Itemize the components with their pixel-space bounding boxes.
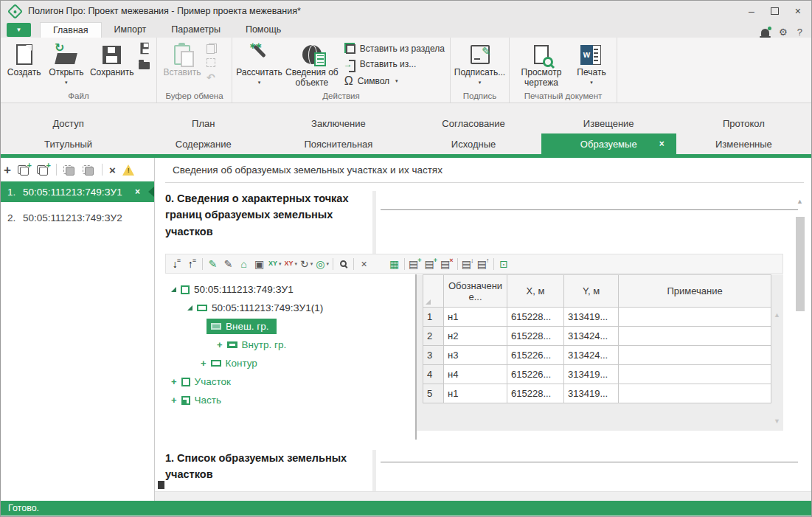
- symbol-button[interactable]: Ω Символ ▾: [344, 74, 445, 88]
- insert-from-section-button[interactable]: Вставить из раздела: [344, 43, 445, 54]
- cell-note[interactable]: [619, 308, 771, 327]
- maximize-button[interactable]: [771, 7, 779, 15]
- calculate-button[interactable]: ∗∗ Рассчитать ▾: [235, 38, 284, 89]
- collapsed-plus-icon[interactable]: +: [171, 377, 177, 386]
- scroll-up-icon[interactable]: ▲: [797, 198, 803, 205]
- row-number[interactable]: 3: [423, 346, 444, 365]
- autonumber-wand-icon[interactable]: ✎: [205, 256, 221, 272]
- doc-tab-izveschenie[interactable]: Извещение: [541, 113, 676, 133]
- ribbon-tab-pomosch[interactable]: Помощь: [233, 22, 294, 38]
- save-copy-button[interactable]: [138, 60, 151, 72]
- cell-x[interactable]: 615226...: [507, 346, 564, 365]
- duplicate-parcel-icon[interactable]: +: [18, 164, 30, 176]
- column-header-y[interactable]: Y, м: [564, 275, 619, 308]
- expanded-icon[interactable]: [171, 287, 176, 292]
- doc-tab-izmenennye[interactable]: Измененные: [676, 133, 811, 154]
- sign-button[interactable]: ✎ Подписать... ▾: [453, 38, 507, 89]
- cell-y[interactable]: 313424...: [564, 327, 619, 346]
- numbering-down-icon[interactable]: ↓≡: [169, 256, 184, 272]
- cell-y[interactable]: 313419...: [564, 384, 619, 403]
- cell-x[interactable]: 615226...: [507, 365, 564, 384]
- tree-node-outer-boundary[interactable]: Внеш. гр.: [165, 317, 415, 336]
- cell-x[interactable]: 615228...: [507, 308, 564, 327]
- doc-tab-soderzhanie[interactable]: Содержание: [136, 133, 271, 154]
- insert-from-button[interactable]: Вставить из...: [344, 59, 445, 69]
- import-coordinates-icon[interactable]: XY▾: [267, 256, 283, 272]
- table-settings-icon[interactable]: ▦: [386, 256, 402, 272]
- cell-note[interactable]: [619, 384, 771, 403]
- help-icon[interactable]: ?: [797, 27, 802, 38]
- selected-tree-node[interactable]: Внеш. гр.: [207, 319, 277, 334]
- insert-row-icon[interactable]: ▤+: [423, 256, 440, 272]
- transform-contour-icon[interactable]: ↻▾: [299, 256, 314, 272]
- preview-points-icon[interactable]: [336, 256, 351, 272]
- tree-node-inner-boundary[interactable]: + Внутр. гр.: [165, 336, 415, 354]
- ribbon-tab-parametry[interactable]: Параметры: [159, 22, 233, 38]
- paste-special-icon[interactable]: [207, 58, 215, 67]
- cell-designation[interactable]: н3: [444, 346, 507, 365]
- open-button[interactable]: ↻ Открыть ▾: [45, 38, 87, 89]
- tree-node-contour-1[interactable]: 50:05:111213:749:ЗУ1(1): [165, 299, 415, 317]
- row-number[interactable]: 2: [423, 327, 444, 346]
- copy-icon[interactable]: [207, 44, 217, 54]
- move-row-down-icon[interactable]: ▤↓: [460, 256, 476, 272]
- paste-button[interactable]: Вставить: [159, 38, 205, 89]
- cell-designation[interactable]: н4: [444, 365, 507, 384]
- tree-node-kontur[interactable]: + Контур: [165, 354, 415, 372]
- tree-node-parcel[interactable]: 50:05:111213:749:ЗУ1: [165, 280, 415, 299]
- cell-note[interactable]: [619, 327, 771, 346]
- doc-tab-protokol[interactable]: Протокол: [676, 113, 811, 133]
- ribbon-menu-button[interactable]: ▼: [7, 23, 31, 37]
- row-number[interactable]: 1: [423, 308, 444, 327]
- undo-icon[interactable]: ↶: [207, 72, 217, 83]
- delete-row-icon[interactable]: ▤×: [439, 256, 455, 272]
- print-button[interactable]: w Печать ▾: [571, 38, 612, 89]
- minimize-button[interactable]: –: [749, 6, 754, 16]
- save-button[interactable]: Сохранить: [88, 38, 136, 89]
- table-scroll-down-icon[interactable]: ▼: [774, 417, 780, 425]
- duplicate-with-parts-icon[interactable]: +: [37, 164, 49, 176]
- numbering-up-icon[interactable]: ↑≡: [184, 256, 200, 272]
- preview-drawing-button[interactable]: Просмотр чертежа: [512, 38, 571, 89]
- main-scrollbar[interactable]: ▲ ▼: [795, 189, 805, 500]
- ribbon-tab-import[interactable]: Импорт: [102, 22, 159, 38]
- cell-x[interactable]: 615228...: [507, 384, 564, 403]
- cell-note[interactable]: [619, 365, 771, 384]
- add-row-icon[interactable]: ▤+: [407, 256, 423, 272]
- tree-node-chast[interactable]: + Часть: [165, 391, 415, 409]
- doc-tab-titulnyy[interactable]: Титульный: [1, 133, 136, 154]
- doc-tab-poyasnitelnaya[interactable]: Пояснительная: [271, 133, 406, 154]
- polygon-icon[interactable]: ⌂: [236, 256, 251, 272]
- expanded-icon[interactable]: [187, 305, 192, 310]
- collapsed-plus-icon[interactable]: +: [217, 340, 223, 350]
- paste-parcel-icon[interactable]: [63, 164, 76, 176]
- delete-point-icon[interactable]: ×: [356, 256, 372, 272]
- cell-designation[interactable]: н2: [444, 327, 507, 346]
- collapsed-plus-icon[interactable]: +: [201, 358, 207, 368]
- fit-view-icon[interactable]: ⊡: [496, 256, 512, 272]
- copy-polygon-icon[interactable]: ▣: [251, 256, 267, 272]
- doc-tab-zaklyuchenie[interactable]: Заключение: [271, 113, 406, 133]
- warning-icon[interactable]: !: [122, 164, 135, 176]
- doc-tab-iskhodnye[interactable]: Исходные: [406, 133, 541, 154]
- parcel-list-item[interactable]: 1. 50:05:111213:749:ЗУ1 ×: [1, 181, 154, 202]
- delete-parcel-icon[interactable]: ×: [109, 164, 116, 176]
- cell-note[interactable]: [619, 346, 771, 365]
- column-header-designation[interactable]: Обозначение...: [444, 275, 507, 308]
- doc-tab-dostup[interactable]: Доступ: [1, 113, 136, 133]
- ribbon-tab-glavnaya[interactable]: Главная: [40, 22, 102, 38]
- tab-close-icon[interactable]: ×: [659, 139, 664, 149]
- scrollbar-thumb[interactable]: [796, 217, 805, 311]
- doc-tab-obrazuemye[interactable]: Образуемые ×: [541, 133, 676, 154]
- notifications-bell-icon[interactable]: [761, 29, 769, 36]
- add-parcel-icon[interactable]: +: [4, 164, 11, 176]
- cell-y[interactable]: 313424...: [564, 346, 619, 365]
- object-info-button[interactable]: Сведения об объекте: [284, 38, 340, 89]
- export-coordinates-icon[interactable]: XY▾: [283, 256, 299, 272]
- row-number[interactable]: 4: [423, 365, 444, 384]
- parcel-list-item[interactable]: 2. 50:05:111213:749:ЗУ2: [1, 207, 154, 228]
- close-button[interactable]: ×: [795, 6, 801, 16]
- move-row-up-icon[interactable]: ▤↑: [476, 256, 491, 272]
- autonumber-all-wand-icon[interactable]: ✎: [221, 256, 236, 272]
- cell-y[interactable]: 313419...: [564, 365, 619, 384]
